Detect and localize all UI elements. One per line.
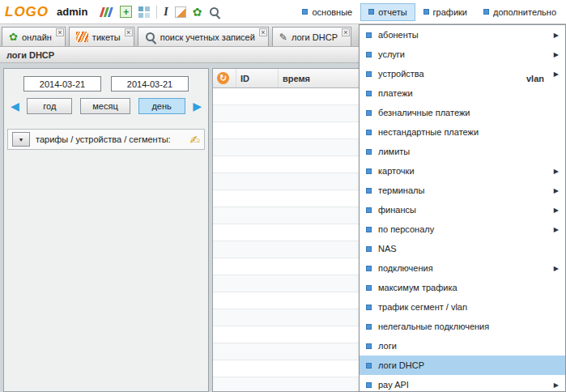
tab-label: тикеты [92,32,121,42]
menu-item-label: логи DHCP [378,360,424,370]
menu-bullet-icon [366,52,372,58]
add-item-icon[interactable]: + [120,6,132,18]
top-bar: LOGO admin + I ✿ основные отчеты графики [0,0,566,24]
reports-menu-item-finansy[interactable]: финансы ▶ [360,200,565,219]
reports-menu-item-limity[interactable]: лимиты [360,142,565,161]
hand-edit-icon[interactable]: ✍ [189,134,200,146]
menu-bullet-icon [366,91,372,96]
submenu-arrow-icon: ▶ [554,51,559,58]
menu-dopolnitelno[interactable]: дополнительно [475,3,564,21]
column-header-vlan[interactable]: vlan [526,69,544,88]
username: admin [57,6,87,18]
app-window: LOGO admin + I ✿ основные отчеты графики [0,0,566,392]
close-icon[interactable]: × [342,28,350,36]
app-logo: LOGO [5,4,49,20]
menu-bullet-icon [483,9,489,15]
tab-dhcp-logs[interactable]: ✎ логи DHCP × [272,27,351,46]
reports-menu-item-maksimum-trafika[interactable]: максимум трафика [360,278,565,297]
menu-otchety[interactable]: отчеты [360,3,415,21]
period-month-button[interactable]: месяц [80,98,130,114]
main-menu: основные отчеты графики дополнительно [294,0,566,23]
period-selector: ◀ год месяц день ▶ [4,98,208,114]
menu-item-label: NAS [378,244,397,254]
menu-item-label: по персоналу [378,224,434,234]
menu-osnovnye[interactable]: основные [294,3,360,21]
menu-bullet-icon [366,130,372,135]
menu-item-label: логи [378,341,397,351]
refresh-icon[interactable]: ↻ [217,72,229,84]
menu-item-label: терминалы [378,185,424,195]
menu-bullet-icon [366,266,372,271]
menu-item-label: нелегальные подключения [378,322,489,331]
tab-label: логи DHCP [292,32,338,42]
plus-glyph: + [123,7,129,17]
clover-icon[interactable]: ✿ [193,6,202,18]
menu-item-label: лимиты [378,147,410,156]
filter-label: тарифы / устройства / сегменты: [36,134,171,144]
menu-bullet-icon [366,110,372,116]
menu-label: основные [312,7,352,17]
menu-bullet-icon [366,363,372,369]
filter-sidebar: ◀ год месяц день ▶ ▼ тарифы / устройства… [3,68,209,392]
menu-bullet-icon [366,188,372,194]
reports-menu-item-nas[interactable]: NAS [360,239,565,258]
reports-menu-item-abonenty[interactable]: абоненты ▶ [360,25,565,45]
reports-menu-item-beznal-platezhi[interactable]: безналичные платежи [360,103,565,122]
reports-menu-item-podklyucheniya[interactable]: подключения ▶ [360,258,565,278]
prev-period-button[interactable]: ◀ [11,100,19,112]
menu-item-label: безналичные платежи [378,108,470,117]
menu-item-label: услуги [378,49,405,59]
submenu-arrow-icon: ▶ [554,265,559,272]
submenu-arrow-icon: ▶ [554,187,559,194]
tab-label: поиск учетных записей [160,32,255,42]
filter-section: ▼ тарифы / устройства / сегменты: ✍ [7,129,205,150]
column-header-id[interactable]: ID [236,69,278,87]
submenu-arrow-icon: ▶ [554,207,559,214]
menu-item-label: максимум трафика [378,283,457,292]
windows-icon[interactable] [138,6,150,18]
tab-tickets[interactable]: тикеты × [69,27,134,46]
tab-online[interactable]: ✿ онлайн × [2,27,66,46]
close-icon[interactable]: × [125,28,133,36]
toolbar-divider [156,6,157,19]
menu-item-label: карточки [378,166,415,176]
reports-menu-item-terminaly[interactable]: терминалы ▶ [360,181,565,200]
reports-menu-item-trafik-segment-vlan[interactable]: трафик сегмент / vlan [360,297,565,317]
menu-item-label: абоненты [378,30,419,40]
search-icon[interactable] [209,6,220,18]
reports-menu-item-logi[interactable]: логи [360,336,565,356]
reports-menu-item-nestandart-platezhi[interactable]: нестандартные платежи [360,122,565,142]
period-day-button[interactable]: день [138,98,185,114]
menu-bullet-icon [366,32,372,38]
menu-label: отчеты [378,7,406,17]
reports-menu-item-pay-api[interactable]: pay API ▶ [360,375,565,392]
draw-icon[interactable] [175,6,186,18]
next-period-button[interactable]: ▶ [193,100,202,112]
menu-bullet-icon [366,149,372,155]
menu-bullet-icon [368,9,374,15]
toolbar: + I ✿ [100,6,219,19]
period-year-button[interactable]: год [27,98,72,114]
date-from-input[interactable] [23,76,101,92]
close-icon[interactable]: × [259,28,267,36]
date-to-input[interactable] [111,76,189,92]
menu-bullet-icon [366,285,372,291]
menu-item-label: устройства [378,69,424,79]
reports-menu-item-logi-dhcp[interactable]: логи DHCP [360,356,565,375]
menu-bullet-icon [366,305,372,310]
tab-account-search[interactable]: поиск учетных записей × [138,27,269,46]
menu-grafiki[interactable]: графики [415,3,475,21]
menu-item-label: подключения [378,263,433,273]
brush-strokes-icon[interactable] [99,6,116,18]
close-icon[interactable]: × [56,28,64,36]
collapse-button[interactable]: ▼ [12,132,30,147]
submenu-arrow-icon: ▶ [554,381,559,389]
reports-menu-item-uslugi[interactable]: услуги ▶ [360,45,565,64]
menu-item-label: трафик сегмент / vlan [378,302,467,312]
menu-bullet-icon [302,9,308,15]
menu-bullet-icon [366,246,372,252]
reports-menu-item-nelegalnye-podklyucheniya[interactable]: нелегальные подключения [360,317,565,336]
text-tool-icon[interactable]: I [164,6,168,19]
reports-menu-item-po-personalu[interactable]: по персоналу ▶ [360,219,565,239]
reports-menu-item-kartochki[interactable]: карточки ▶ [360,161,565,181]
